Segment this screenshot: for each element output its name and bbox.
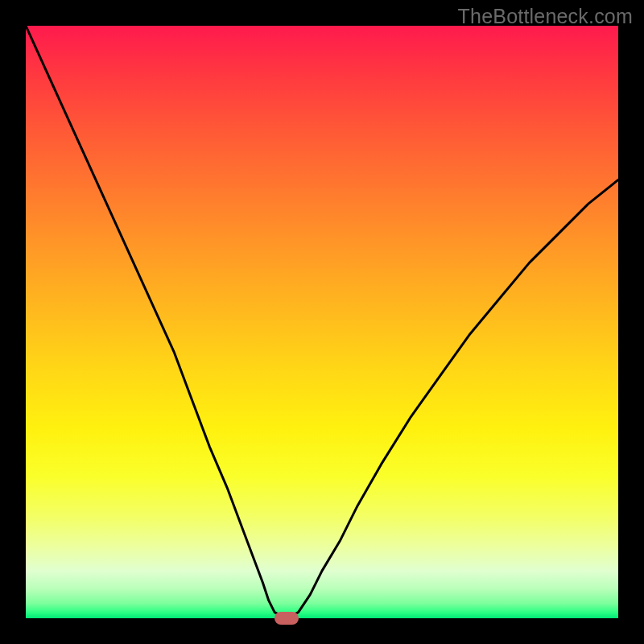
chart-curve xyxy=(26,26,618,618)
chart-frame: TheBottleneck.com xyxy=(0,0,644,644)
chart-marker xyxy=(275,612,299,625)
watermark-text: TheBottleneck.com xyxy=(458,5,633,28)
chart-plot-area xyxy=(26,26,618,618)
